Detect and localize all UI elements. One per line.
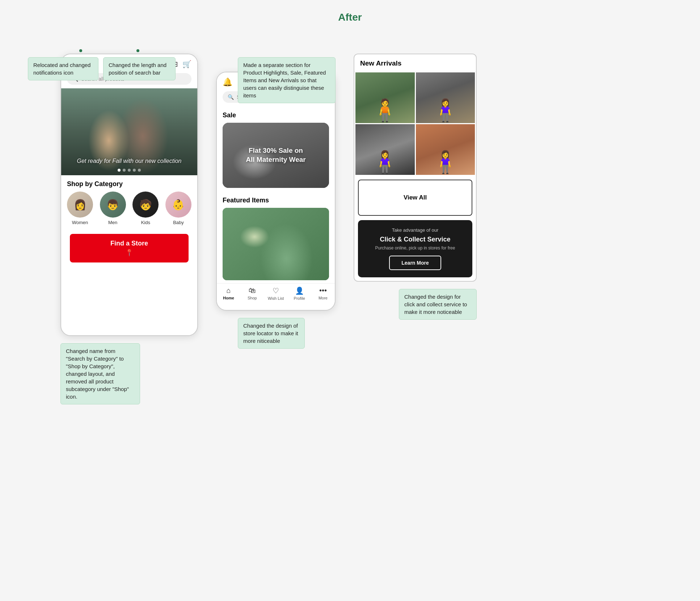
nav-profile[interactable]: 👤 Profile xyxy=(288,286,311,300)
cat-kids-label: Kids xyxy=(141,220,150,225)
new-arrivals-title: New Arrivals xyxy=(354,54,476,71)
arrival-img-woman-black: 🧍‍♀️ xyxy=(355,124,415,175)
arrival-woman-black-figure: 🧍‍♀️ xyxy=(355,124,415,175)
home-icon: ⌂ xyxy=(227,286,231,295)
featured-title: Featured Items xyxy=(223,197,329,208)
nav-wishlist-label: Wish List xyxy=(268,296,284,300)
hero-dot-4 xyxy=(133,169,136,172)
shop-icon: 🛍 xyxy=(249,286,256,295)
featured-image-bg xyxy=(223,208,329,280)
hero-dots xyxy=(118,169,141,172)
view-all-button[interactable]: View All xyxy=(358,180,472,216)
nav-home[interactable]: ⌂ Home xyxy=(217,286,240,300)
arrival-img-man: 🧍 xyxy=(355,72,415,123)
more-icon: ••• xyxy=(319,286,327,295)
annotation-bottom-left: Changed name from "Search by Category" t… xyxy=(60,343,140,404)
cat-baby-img: 👶 xyxy=(165,192,191,218)
nav-profile-label: Profile xyxy=(294,296,305,300)
hero-dot-2 xyxy=(123,169,126,172)
cc-title: Click & Collect Service xyxy=(364,236,467,243)
bottom-nav-center: ⌂ Home 🛍 Shop ♡ Wish List 👤 xyxy=(217,283,335,302)
annotation-top-left: Relocated and changed notifications icon xyxy=(28,57,98,80)
phone-center-column: 🔔 ユ二ク口 UNIQLO ⊞ 🛒 xyxy=(216,72,336,404)
click-collect-box: Take advantage of our Click & Collect Se… xyxy=(358,220,472,277)
learn-more-button[interactable]: Learn More xyxy=(389,256,441,270)
category-baby[interactable]: 👶 Baby xyxy=(165,192,191,225)
cart-icon[interactable]: 🛒 xyxy=(182,60,191,68)
hero-dot-3 xyxy=(128,169,131,172)
featured-section: Featured Items xyxy=(217,195,335,283)
cc-description: Purchase online, pick up in stores for f… xyxy=(364,245,467,251)
category-kids[interactable]: 🧒 Kids xyxy=(132,192,159,225)
phone-left-column: 🔔 ユ二ク口 UNIQLO ⊞ 🛒 xyxy=(60,54,198,404)
nav-shop-label: Shop xyxy=(248,296,257,300)
nav-home-label: Home xyxy=(223,296,234,300)
cat-women-img: 👩 xyxy=(67,192,93,218)
category-men[interactable]: 👦 Men xyxy=(100,192,126,225)
category-women[interactable]: 👩 Women xyxy=(67,192,93,225)
phone-center: 🔔 ユ二ク口 UNIQLO ⊞ 🛒 xyxy=(216,72,336,311)
layout-wrapper: Relocated and changed notifications icon… xyxy=(24,32,676,404)
nav-more[interactable]: ••• More xyxy=(311,286,335,300)
profile-icon: 👤 xyxy=(295,286,304,295)
phone-left: 🔔 ユ二ク口 UNIQLO ⊞ 🛒 xyxy=(60,54,198,336)
cat-men-label: Men xyxy=(108,220,117,225)
hero-text: Get ready for Fall with our new collecti… xyxy=(77,158,181,164)
arrival-woman-brown-figure: 🧍‍♀️ xyxy=(416,124,475,175)
section-title-category: Shop by Category xyxy=(61,175,197,192)
sale-section: Sale Flat 30% Sale onAll Maternity Wear xyxy=(217,106,335,195)
new-arrivals-column: New Arrivals 🧍 🧍‍♀️ 🧍‍♀️ 🧍‍♀️ xyxy=(354,54,477,404)
nav-wishlist[interactable]: ♡ Wish List xyxy=(264,286,287,300)
nav-shop[interactable]: 🛍 Shop xyxy=(240,286,264,300)
arrival-man-figure: 🧍 xyxy=(355,72,415,123)
search-icon-center: 🔍 xyxy=(228,94,234,100)
cat-women-label: Women xyxy=(72,220,88,225)
arrival-woman-coat-figure: 🧍‍♀️ xyxy=(416,72,475,123)
arrival-img-woman-brown: 🧍‍♀️ xyxy=(416,124,475,175)
wishlist-icon: ♡ xyxy=(273,286,279,295)
annotation-bottom-mid: Changed the design of store locator to m… xyxy=(238,318,305,349)
sale-card-text: Flat 30% Sale onAll Maternity Wear xyxy=(246,146,305,164)
bell-icon-center: 🔔 xyxy=(223,77,232,87)
annotation-bottom-right: Changed the design for click and collect… xyxy=(399,289,477,320)
hero-dot-5 xyxy=(138,169,141,172)
category-grid: 👩 Women 👦 Men 🧒 xyxy=(61,192,197,231)
dot-search xyxy=(136,49,139,52)
cat-kids-img: 🧒 xyxy=(132,192,159,218)
location-icon: 📍 xyxy=(125,249,133,257)
find-store-button[interactable]: Find a Store 📍 xyxy=(70,234,189,262)
page-container: After Relocated and changed notification… xyxy=(0,0,700,404)
phones-row: 🔔 ユ二ク口 UNIQLO ⊞ 🛒 xyxy=(60,32,676,404)
sale-card: Flat 30% Sale onAll Maternity Wear xyxy=(223,123,329,188)
cat-baby-label: Baby xyxy=(173,220,184,225)
cc-subtitle: Take advantage of our xyxy=(364,227,467,233)
featured-image xyxy=(223,208,329,280)
nav-more-label: More xyxy=(319,296,328,300)
arrivals-grid: 🧍 🧍‍♀️ 🧍‍♀️ 🧍‍♀️ xyxy=(354,71,476,176)
sale-title: Sale xyxy=(223,112,329,123)
arrival-img-woman-coat: 🧍‍♀️ xyxy=(416,72,475,123)
annotation-top-mid: Changed the length and position of searc… xyxy=(103,57,176,80)
page-title: After xyxy=(0,0,700,32)
annotation-top-right: Made a separate section for Product High… xyxy=(238,57,336,103)
dot-notifications xyxy=(79,49,82,52)
cat-men-img: 👦 xyxy=(100,192,126,218)
new-arrivals-panel: New Arrivals 🧍 🧍‍♀️ 🧍‍♀️ 🧍‍♀️ xyxy=(354,54,477,282)
hero-dot-1 xyxy=(118,169,121,172)
hero-image: Get ready for Fall with our new collecti… xyxy=(61,88,197,175)
